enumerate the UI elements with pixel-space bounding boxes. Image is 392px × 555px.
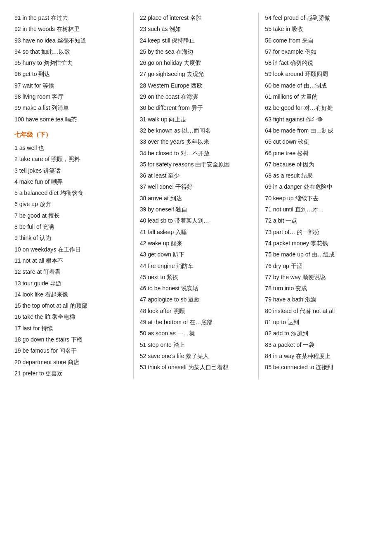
list-item: 16 take the lift 乘坐电梯	[14, 311, 127, 323]
list-item: 38 arrive at 到达	[140, 193, 253, 204]
list-item: 27 go sightseeing 去观光	[140, 69, 253, 80]
list-item: 24 keep still 保持静止	[140, 35, 253, 46]
list-item: 85 be connected to 连接到	[265, 362, 378, 373]
list-item: 21 prefer to 更喜欢	[14, 368, 127, 379]
list-item: 66 pine tree 松树	[265, 148, 378, 159]
list-item: 77 by the way 顺便说说	[265, 272, 378, 283]
list-item: 99 make a list 列清单	[14, 102, 127, 114]
list-item: 37 well done! 干得好	[140, 181, 253, 192]
column-2: 22 place of interest 名胜23 such as 例如24 k…	[134, 12, 259, 379]
list-item: 55 take in 吸收	[265, 24, 378, 35]
list-item: 30 be different from 异于	[140, 102, 253, 114]
list-item: 54 feel proud of 感到骄傲	[265, 12, 378, 24]
column-1: 91 in the past 在过去92 in the woods 在树林里93…	[8, 12, 134, 379]
list-item: 47 apologize to sb 道歉	[140, 294, 253, 305]
list-item: 61 millions of 大量的	[265, 91, 378, 102]
list-item: 75 be made up of 由…组成	[265, 249, 378, 260]
list-item: 33 over the years 多年以来	[140, 136, 253, 147]
list-item: 39 by oneself 独自	[140, 204, 253, 215]
list-item: 49 at the bottom of 在…底部	[140, 317, 253, 328]
list-item: 6 give up 放弃	[14, 199, 127, 210]
list-item: 91 in the past 在过去	[14, 12, 127, 24]
list-item: 9 think of 认为	[14, 232, 127, 244]
list-item: 26 go on holiday 去度假	[140, 57, 253, 69]
list-item: 70 keep up 继续下去	[265, 193, 378, 204]
list-item: 48 look after 照顾	[140, 306, 253, 317]
list-item: 79 have a bath 泡澡	[265, 294, 378, 305]
list-item: 15 the top ofnot at all 的顶部	[14, 300, 127, 311]
list-item: 92 in the woods 在树林里	[14, 24, 127, 35]
list-item: 95 hurry to 匆匆忙忙去	[14, 57, 127, 69]
list-item: 83 a packet of 一袋	[265, 339, 378, 351]
list-item: 35 for safety reasons 由于安全原因	[140, 159, 253, 170]
list-item: 59 look around 环顾四周	[265, 69, 378, 80]
list-item: 97 wait for 等候	[14, 80, 127, 91]
list-item: 5 a balanced diet 均衡饮食	[14, 187, 127, 199]
list-item: 76 dry up 干涸	[265, 261, 378, 272]
main-content: 91 in the past 在过去92 in the woods 在树林里93…	[8, 12, 384, 379]
list-item: 17 last for 持续	[14, 323, 127, 334]
list-item: 50 as soon as 一…就	[140, 328, 253, 339]
list-item: 57 for example 例如	[265, 46, 378, 57]
list-item: 94 so that 如此…以致	[14, 46, 127, 57]
list-item: 42 wake up 醒来	[140, 238, 253, 249]
list-item: 52 save one's life 救了某人	[140, 351, 253, 362]
list-item: 93 have no idea 丝毫不知道	[14, 35, 127, 46]
list-item: 36 at least 至少	[140, 170, 253, 181]
list-item: 12 stare at 盯着看	[14, 266, 127, 278]
list-item: 10 on weekdays 在工作日	[14, 244, 127, 255]
list-item: 40 lead sb to 带着某人到…	[140, 215, 253, 226]
list-item: 84 in a way 在某种程度上	[265, 351, 378, 362]
list-item: 80 instead of 代替 not at all	[265, 306, 378, 317]
list-item: 8 be full of 充满	[14, 221, 127, 232]
list-item: 34 be closed to 对…不开放	[140, 148, 253, 159]
list-item: 62 be good for 对…有好处	[265, 102, 378, 114]
list-item: 71 not until 直到…才…	[265, 204, 378, 215]
list-item: 81 up to 达到	[265, 317, 378, 328]
list-item: 18 go down the stairs 下楼	[14, 334, 127, 345]
list-item: 72 a bit 一点	[265, 215, 378, 226]
list-item: 32 be known as 以…而闻名	[140, 125, 253, 136]
list-item: 7 be good at 擅长	[14, 210, 127, 221]
list-item: 63 fight against 作斗争	[265, 114, 378, 125]
list-item: 69 in a danger 处在危险中	[265, 181, 378, 192]
list-item: 19 be famous for 闻名于	[14, 345, 127, 356]
list-item: 68 as a result 结果	[265, 170, 378, 181]
list-item: 45 next to 紧挨	[140, 272, 253, 283]
list-item: 13 tour guide 导游	[14, 278, 127, 289]
list-item: 100 have some tea 喝茶	[14, 114, 127, 125]
list-item: 58 in fact 确切的说	[265, 57, 378, 69]
list-item: 41 fall asleep 入睡	[140, 227, 253, 238]
list-item: 3 tell jokes 讲笑话	[14, 165, 127, 176]
list-item: 78 turn into 变成	[265, 283, 378, 294]
list-item: 56 come from 来自	[265, 35, 378, 46]
list-item: 23 such as 例如	[140, 24, 253, 35]
list-item: 60 be made of 由…制成	[265, 80, 378, 91]
column-3: 54 feel proud of 感到骄傲55 take in 吸收56 com…	[259, 12, 384, 379]
list-item: 1 as well 也	[14, 142, 127, 154]
list-item: 2 take care of 照顾，照料	[14, 154, 127, 165]
list-item: 46 to be honest 说实话	[140, 283, 253, 294]
list-item: 4 make fun of 嘲弄	[14, 176, 127, 187]
list-item: 74 packet money 零花钱	[265, 238, 378, 249]
list-item: 73 part of… 的一部分	[265, 227, 378, 238]
list-item: 31 walk up 向上走	[140, 114, 253, 125]
list-item: 98 living room 客厅	[14, 91, 127, 102]
list-item: 51 step onto 踏上	[140, 339, 253, 351]
list-item: 20 department store 商店	[14, 357, 127, 368]
section-header: 七年级（下）	[14, 128, 127, 141]
list-item: 28 Western Europe 西欧	[140, 80, 253, 91]
list-item: 14 look like 看起来像	[14, 289, 127, 300]
list-item: 96 get to 到达	[14, 69, 127, 80]
list-item: 44 fire engine 消防车	[140, 261, 253, 272]
list-item: 65 cut down 砍倒	[265, 136, 378, 147]
list-item: 64 be made from 由…制成	[265, 125, 378, 136]
list-item: 82 add to 添加到	[265, 328, 378, 339]
list-item: 67 because of 因为	[265, 159, 378, 170]
list-item: 43 get down 趴下	[140, 249, 253, 260]
list-item: 29 on the coast 在海滨	[140, 91, 253, 102]
list-item: 22 place of interest 名胜	[140, 12, 253, 24]
list-item: 25 by the sea 在海边	[140, 46, 253, 57]
list-item: 11 not at all 根本不	[14, 255, 127, 266]
list-item: 53 think of oneself 为某人自己着想	[140, 362, 253, 373]
